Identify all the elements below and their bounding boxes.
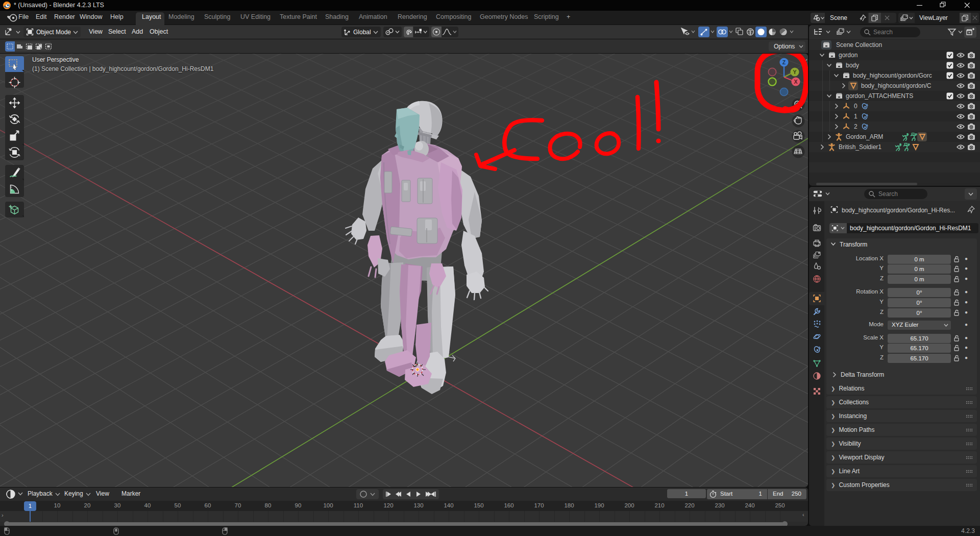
svg-text:Y: Y (793, 69, 796, 75)
svg-text:Z: Z (782, 59, 786, 65)
svg-text:X: X (794, 79, 797, 85)
